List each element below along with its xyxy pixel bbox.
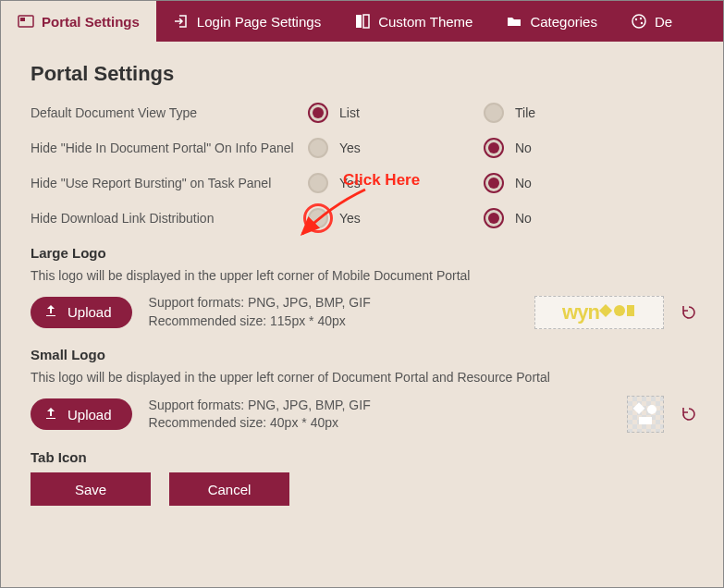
radio-no[interactable] xyxy=(484,208,504,228)
svg-rect-13 xyxy=(639,417,652,424)
svg-rect-3 xyxy=(363,15,369,28)
svg-rect-1 xyxy=(20,18,25,21)
large-logo-row: Upload Support formats: PNG, JPG, BMP, G… xyxy=(31,294,697,330)
tab-label: Custom Theme xyxy=(378,14,472,30)
formats-line: Support formats: PNG, JPG, BMP, GIF xyxy=(149,294,518,312)
small-logo-heading: Small Logo xyxy=(31,347,697,362)
small-logo-row: Upload Support formats: PNG, JPG, BMP, G… xyxy=(31,396,697,433)
svg-point-7 xyxy=(641,22,643,24)
tab-login-page-settings[interactable]: Login Page Settings xyxy=(156,1,337,42)
option-label: Yes xyxy=(339,141,361,155)
tab-overflow[interactable]: De xyxy=(614,1,676,42)
revert-large-logo-button[interactable] xyxy=(681,304,697,321)
option-label: Yes xyxy=(339,176,361,190)
tab-bar: Portal Settings Login Page Settings Cust… xyxy=(1,1,723,42)
upload-label: Upload xyxy=(67,304,112,320)
login-icon xyxy=(173,13,190,30)
svg-rect-10 xyxy=(627,305,634,316)
cancel-button[interactable]: Cancel xyxy=(169,472,289,506)
tab-categories[interactable]: Categories xyxy=(489,1,614,42)
svg-rect-11 xyxy=(633,403,645,415)
setting-row-report-bursting: Hide "Use Report Bursting" on Task Panel… xyxy=(31,173,697,193)
small-logo-formats: Support formats: PNG, JPG, BMP, GIF Reco… xyxy=(149,397,610,433)
tab-label: De xyxy=(655,14,672,30)
theme-icon xyxy=(354,13,371,30)
logo-shapes-icon xyxy=(599,302,636,323)
large-logo-heading: Large Logo xyxy=(31,245,697,261)
option-label: No xyxy=(515,176,532,190)
radio-list[interactable] xyxy=(308,103,328,123)
upload-small-logo-button[interactable]: Upload xyxy=(31,398,132,430)
option-label: Tile xyxy=(515,105,535,120)
option-label: Yes xyxy=(339,211,361,226)
large-logo-formats: Support formats: PNG, JPG, BMP, GIF Reco… xyxy=(149,294,518,330)
setting-label: Hide Download Link Distribution xyxy=(31,210,308,227)
formats-line: Support formats: PNG, JPG, BMP, GIF xyxy=(149,397,610,415)
size-line: Recommended size: 115px * 40px xyxy=(149,312,518,331)
logo-text: wyn xyxy=(562,300,599,325)
radio-tile[interactable] xyxy=(484,103,504,123)
size-line: Recommended size: 40px * 40px xyxy=(149,414,610,433)
radio-no[interactable] xyxy=(484,138,504,158)
svg-point-12 xyxy=(647,405,657,414)
large-logo-preview: wyn xyxy=(534,296,664,329)
radio-yes[interactable] xyxy=(308,173,328,193)
large-logo-desc: This logo will be displayed in the upper… xyxy=(31,268,697,283)
setting-label: Hide "Hide In Document Portal" On Info P… xyxy=(31,140,308,156)
svg-point-9 xyxy=(614,305,625,316)
svg-rect-8 xyxy=(599,304,612,317)
radio-yes[interactable] xyxy=(308,138,328,158)
option-label: No xyxy=(515,141,532,155)
setting-row-view-type: Default Document View Type List Tile xyxy=(31,103,697,123)
radio-no[interactable] xyxy=(484,173,504,193)
setting-label: Default Document View Type xyxy=(31,104,308,121)
small-logo-shapes-icon xyxy=(632,400,659,428)
tab-custom-theme[interactable]: Custom Theme xyxy=(337,1,489,42)
portal-icon xyxy=(18,13,34,30)
option-label: List xyxy=(339,105,360,120)
radio-yes-highlighted[interactable] xyxy=(308,208,328,228)
tab-icon-heading: Tab Icon xyxy=(31,449,697,465)
small-logo-preview xyxy=(627,396,664,433)
palette-icon xyxy=(631,13,647,30)
folder-icon xyxy=(506,13,522,30)
button-row: Save Cancel xyxy=(31,472,697,506)
tab-portal-settings[interactable]: Portal Settings xyxy=(1,1,156,42)
svg-point-4 xyxy=(632,15,645,28)
svg-point-6 xyxy=(640,18,642,19)
upload-icon xyxy=(43,303,58,321)
tab-label: Login Page Settings xyxy=(197,14,321,30)
upload-large-logo-button[interactable]: Upload xyxy=(31,297,132,328)
svg-rect-2 xyxy=(356,15,362,28)
revert-small-logo-button[interactable] xyxy=(681,406,697,423)
save-button[interactable]: Save xyxy=(31,472,151,506)
page-title: Portal Settings xyxy=(31,62,697,86)
svg-point-5 xyxy=(635,18,637,20)
setting-row-download-link: Hide Download Link Distribution Yes No xyxy=(31,208,697,228)
option-label: No xyxy=(515,211,532,226)
tab-label: Portal Settings xyxy=(42,14,140,30)
upload-icon xyxy=(43,406,58,423)
upload-label: Upload xyxy=(67,407,112,423)
small-logo-desc: This logo will be displayed in the upper… xyxy=(31,370,697,385)
tab-label: Categories xyxy=(530,14,597,30)
setting-label: Hide "Use Report Bursting" on Task Panel xyxy=(31,175,308,191)
setting-row-hide-info-panel: Hide "Hide In Document Portal" On Info P… xyxy=(31,138,697,158)
